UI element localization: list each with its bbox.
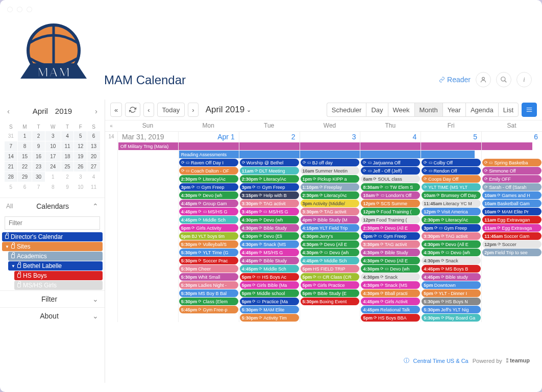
event[interactable]: 5pm⟳HS Boys BBA: [361, 314, 420, 322]
minical-day[interactable]: 5: [5, 182, 17, 192]
event[interactable]: 5pm⟳Girls Activity: [179, 224, 238, 232]
event[interactable]: 3:45pm⟳ ▭MS/HS G: [240, 208, 299, 215]
minical-day[interactable]: 6: [87, 131, 100, 141]
date-cell[interactable]: 5: [421, 132, 481, 142]
date-cell[interactable]: 3: [300, 132, 360, 142]
event[interactable]: 3:30pm⟳TAG activit: [301, 208, 360, 215]
event[interactable]: 4:30pm⟳Devo (Eli: [240, 232, 299, 240]
event[interactable]: 4:45pm⟳ ▭MS/HS G: [179, 208, 238, 215]
reader-link[interactable]: Reader: [439, 76, 471, 84]
minical-day[interactable]: 6: [18, 182, 32, 192]
minical-day[interactable]: 17: [45, 152, 61, 161]
event[interactable]: 11:45amSoccer Gam: [482, 232, 541, 240]
event[interactable]: 4:30pm⟳Snack (MS: [361, 281, 420, 289]
event[interactable]: 4:30pmJerry's: [301, 232, 360, 240]
minical-day[interactable]: 1: [18, 131, 32, 141]
traffic-light-max[interactable]: [27, 7, 32, 12]
user-icon[interactable]: [476, 72, 491, 87]
event[interactable]: 4:45pm⟳Bible Study: [240, 257, 299, 264]
event[interactable]: 5:30pm⟳HS Boys N: [422, 298, 481, 305]
minical-day[interactable]: 2: [32, 131, 45, 141]
view-week[interactable]: Week: [388, 103, 414, 117]
event[interactable]: 3pm⟳ ▭Gym Freep: [179, 183, 238, 191]
event[interactable]: 4:30pm⟳Snack: [422, 257, 481, 264]
event[interactable]: 4:30pm⟳ ▭Devo (wh: [301, 249, 360, 256]
event[interactable]: 4:30pm⟳ ▭Devo (wh: [422, 249, 481, 256]
event[interactable]: 3:30pm⟳TAG activit: [240, 200, 299, 207]
minical-day[interactable]: 10: [74, 182, 87, 192]
event[interactable]: 3:30pm⟳TAG activit: [361, 240, 420, 248]
prev-button[interactable]: ‹: [143, 103, 154, 117]
event[interactable]: ⟳ ▭Coach Dalton - OF: [179, 167, 238, 175]
minical-day[interactable]: 22: [18, 162, 32, 172]
minical-day[interactable]: 9: [32, 141, 45, 151]
event[interactable]: 8:30am⟳ ▭TW Elem S: [361, 183, 420, 191]
event[interactable]: 5pm⟳Girls Practice: [301, 281, 360, 289]
minical-day[interactable]: 15: [18, 152, 32, 161]
event[interactable]: 2:30pm⟳Literacy/Ac: [301, 191, 360, 199]
minical-day[interactable]: 11: [87, 182, 100, 192]
calendar-item[interactable]: ▼Sites: [2, 242, 103, 251]
day-column[interactable]: ⟳Worship @ Bethel11am⟳DLT Meeting2:30pm⟳…: [239, 158, 300, 322]
event[interactable]: 5:30pmJeff's YLT Nig: [422, 306, 481, 313]
minical-day[interactable]: 9: [61, 182, 74, 192]
event[interactable]: 12pm⟳Visit America: [422, 208, 481, 215]
event[interactable]: 1pm⟳Pickup KIPP a: [301, 175, 360, 183]
day-column[interactable]: ⟳ ▭Colby Off⟳ ▭Rendon Off⟳Coops Day Off⟳…: [421, 158, 481, 322]
event[interactable]: 2:30pm⟳Devo (All E: [361, 224, 420, 232]
event[interactable]: 5pm⟳ ▭Practice (Ma: [240, 298, 299, 305]
filter-heading[interactable]: Filter: [6, 295, 92, 303]
event[interactable]: ⟳ ▭Spring Basketba: [482, 159, 541, 166]
event[interactable]: ⟳Emily OFF: [482, 175, 541, 183]
minical-prev[interactable]: ‹: [5, 105, 12, 117]
event[interactable]: 5:30pm⟳Class (Elem: [179, 298, 238, 305]
event[interactable]: 5:30pmMS Boy B Bal: [179, 289, 238, 297]
minical-day[interactable]: 8: [18, 141, 32, 151]
event[interactable]: 10amSummer Meetin: [301, 167, 360, 175]
event[interactable]: 11amEgg Extravagan: [482, 216, 541, 224]
brand-logo[interactable]: ⦙⦙ teamup: [506, 357, 530, 364]
event[interactable]: 4:15pmYLT Field Trip: [301, 224, 360, 232]
minical-day[interactable]: 24: [45, 162, 61, 172]
event[interactable]: 4:45pm⟳Group Gam: [179, 200, 238, 207]
event[interactable]: 5pm⟳ ▭HS Boys Ac: [240, 273, 299, 281]
event[interactable]: 4pm⟳Bible Study (M: [301, 216, 360, 224]
minical-day[interactable]: 23: [32, 162, 45, 172]
minical-day[interactable]: 25: [61, 162, 74, 172]
event[interactable]: 4:45pm⟳Bible study: [422, 273, 481, 281]
calendar-item[interactable]: Director's Calendar: [2, 232, 103, 241]
minical-day[interactable]: 5: [74, 131, 87, 141]
event[interactable]: 3pm⟳ ▭Gym Freep: [240, 183, 299, 191]
event[interactable]: 4:30pm⟳Devo (All E: [361, 257, 420, 264]
event[interactable]: 4:30pm⟳Bible Study: [361, 249, 420, 256]
event[interactable]: 2pmField Trip to see: [482, 249, 541, 256]
event[interactable]: ⟳Simmone Off: [482, 167, 541, 175]
day-column[interactable]: [117, 158, 178, 322]
minical-day[interactable]: 30: [32, 172, 45, 182]
view-year[interactable]: Year: [442, 103, 465, 117]
minical-day[interactable]: 1: [45, 172, 61, 182]
event[interactable]: 4:30pm⟳Snack (MS: [240, 240, 299, 248]
minical-day[interactable]: 4: [61, 131, 74, 141]
event[interactable]: 5pmBJ YLT boys tim: [179, 232, 238, 240]
event[interactable]: 8am⟳SOUL class: [361, 175, 420, 183]
event[interactable]: ⟳Sarah - Off (Sarah: [482, 183, 541, 191]
event[interactable]: 10amBasketball Gam: [482, 200, 541, 207]
event[interactable]: 10am⟳Games and H: [482, 191, 541, 199]
event[interactable]: ⟳Worship @ Bethel: [240, 159, 299, 166]
minical-day[interactable]: 28: [5, 172, 17, 182]
traffic-light-close[interactable]: [7, 7, 13, 12]
event[interactable]: 5:30pm⟳YLT Time (G: [179, 249, 238, 256]
day-column[interactable]: ⟳ ▭BJ off day10amSummer Meetin1pm⟳Pickup…: [300, 158, 360, 322]
event[interactable]: 12pm⟳Food Training (: [361, 208, 420, 215]
event[interactable]: 12pmFood Training (: [361, 216, 420, 224]
event[interactable]: ⟳ ▭Raven Off Day I: [179, 159, 238, 166]
mini-calendar[interactable]: SMTWTFS311234567891011121314151617181920…: [0, 120, 105, 198]
view-list[interactable]: List: [498, 103, 519, 117]
event[interactable]: 3:30pm⟳TAG activit: [422, 232, 481, 240]
event[interactable]: 5:45pm⟳Gym Free-p: [179, 306, 238, 313]
event[interactable]: 4:30pm⟳Snack: [361, 273, 420, 281]
event[interactable]: 4:45pm⟳Girls Activit: [361, 298, 420, 305]
expand-rows-icon[interactable]: «: [105, 120, 117, 131]
calendars-all[interactable]: All: [6, 203, 13, 210]
